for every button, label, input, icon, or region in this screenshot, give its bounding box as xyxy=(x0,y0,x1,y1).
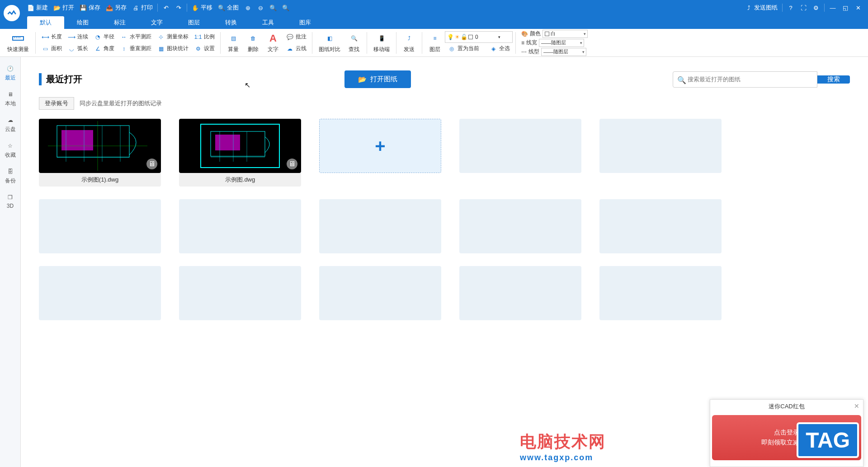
monitor-icon: 🖥 xyxy=(6,90,15,99)
open-drawing-button[interactable]: 📂 打开图纸 xyxy=(344,70,411,88)
add-file-card[interactable]: + xyxy=(319,119,441,187)
vert-icon: ↕ xyxy=(120,45,128,53)
set-current-button[interactable]: ◎置为当前 xyxy=(445,43,482,55)
separator xyxy=(824,4,825,12)
search-input[interactable] xyxy=(673,71,817,88)
separator xyxy=(782,4,783,12)
fullscreen-button[interactable]: ⛶ xyxy=(797,1,810,14)
compare-icon: ◧ xyxy=(323,32,336,45)
minimize-button[interactable]: — xyxy=(826,1,839,14)
send-button[interactable]: ⤴发送 xyxy=(399,30,419,56)
measure-continuous-button[interactable]: ⟶连续 xyxy=(65,31,91,43)
popup-close-button[interactable]: ✕ xyxy=(854,402,859,410)
open-button[interactable]: 📂打开 xyxy=(51,0,77,15)
file-card[interactable]: 🖥 示例图(1).dwg xyxy=(39,119,161,187)
sidebar-item-favorite[interactable]: ☆收藏 xyxy=(0,140,20,161)
measure-area-button[interactable]: ▭面积 xyxy=(38,43,65,55)
select-all-icon: ◈ xyxy=(489,45,497,53)
cloud-line-button[interactable]: ☁云线 xyxy=(283,43,309,55)
settings-button[interactable]: ⚙设置 xyxy=(191,43,217,55)
tab-layer[interactable]: 图层 xyxy=(175,16,212,29)
sidebar: 🕐最近 🖥本地 ☁云盘 ☆收藏 🗄备份 ❒3D xyxy=(0,57,21,467)
zoom-extents-button[interactable]: 🔍全图 xyxy=(215,0,241,15)
sun-icon: ☀ xyxy=(455,34,460,40)
sidebar-item-cloud[interactable]: ☁云盘 xyxy=(0,114,20,135)
add-thumbnail: + xyxy=(319,119,441,173)
measure-length-button[interactable]: ⟷长度 xyxy=(38,31,65,43)
tab-text[interactable]: 文字 xyxy=(138,16,175,29)
close-button[interactable]: ✕ xyxy=(852,1,864,14)
sidebar-item-backup[interactable]: 🗄备份 xyxy=(0,165,20,187)
tab-convert[interactable]: 转换 xyxy=(212,16,250,29)
linetype-icon: ⋯ xyxy=(521,49,527,55)
file-name: 示例图.dwg xyxy=(179,173,301,187)
tab-dimension[interactable]: 标注 xyxy=(101,16,138,29)
delete-button[interactable]: 🗑删除 xyxy=(243,30,263,56)
annotate-button[interactable]: 💬批注 xyxy=(283,31,309,43)
bulb-icon: 💡 xyxy=(447,34,454,40)
linewidth-select[interactable]: —— 随图层 xyxy=(539,39,584,47)
find-button[interactable]: 🔍查找 xyxy=(344,30,364,56)
sidebar-item-recent[interactable]: 🕐最近 xyxy=(0,62,20,84)
tab-default[interactable]: 默认 xyxy=(27,16,64,29)
pan-button[interactable]: ✋平移 xyxy=(189,0,215,15)
send-drawing-button[interactable]: ⤴发送图纸 xyxy=(742,0,780,15)
measure-vert-button[interactable]: ↕垂直测距 xyxy=(117,43,154,55)
zoom-out-button[interactable]: ⊖ xyxy=(254,0,267,15)
layer-button[interactable]: ≡图层 xyxy=(425,30,445,56)
select-all-button[interactable]: ◈全选 xyxy=(486,43,513,55)
zoom-in-button[interactable]: ⊕ xyxy=(241,0,254,15)
empty-slot xyxy=(319,266,441,320)
layer-state-row[interactable]: 💡 ☀ 🔓 0 ▾ xyxy=(445,31,513,43)
measure-arc-button[interactable]: ◡弧长 xyxy=(65,43,91,55)
calc-button[interactable]: ▤算量 xyxy=(223,30,243,56)
maximize-button[interactable]: ◱ xyxy=(839,1,852,14)
file-new-icon: 📄 xyxy=(27,4,34,11)
gear-icon: ⚙ xyxy=(813,5,819,11)
continuous-icon: ⟶ xyxy=(67,33,75,41)
tabbar: 默认 绘图 标注 文字 图层 转换 工具 图库 xyxy=(0,15,868,29)
undo-button[interactable]: ↶ xyxy=(160,0,172,15)
measure-coord-button[interactable]: ⊹测量坐标 xyxy=(154,31,191,43)
linewidth-label: 线宽 xyxy=(526,39,537,47)
linetype-select[interactable]: —— 随图层 xyxy=(541,48,586,56)
tab-draw[interactable]: 绘图 xyxy=(64,16,101,29)
saveas-button[interactable]: 📤另存 xyxy=(103,0,129,15)
page-title: 最近打开 xyxy=(39,73,82,85)
text-button[interactable]: A文字 xyxy=(263,30,283,56)
quick-measure-button[interactable]: 快速测量 xyxy=(4,30,33,56)
zoom-out-icon: ⊖ xyxy=(257,4,264,11)
search-button[interactable]: 搜索 xyxy=(817,75,850,84)
tab-library[interactable]: 图库 xyxy=(287,16,324,29)
compare-button[interactable]: ◧图纸对比 xyxy=(315,30,344,56)
help-button[interactable]: ? xyxy=(784,1,797,14)
plus-icon: + xyxy=(375,136,385,156)
measure-radius-button[interactable]: ◔半径 xyxy=(91,31,117,43)
zoom-in-icon: ⊕ xyxy=(244,4,251,11)
radius-icon: ◔ xyxy=(94,33,102,41)
new-button[interactable]: 📄新建 xyxy=(24,0,51,15)
mobile-button[interactable]: 📱移动端 xyxy=(370,30,393,56)
trash-icon: 🗑 xyxy=(247,32,259,45)
save-button[interactable]: 💾保存 xyxy=(77,0,103,15)
empty-slot xyxy=(39,266,161,320)
measure-horiz-button[interactable]: ↔水平测距 xyxy=(117,31,154,43)
save-icon: 💾 xyxy=(80,4,87,11)
login-button[interactable]: 登录账号 xyxy=(39,97,74,110)
folder-open-icon: 📂 xyxy=(53,4,61,11)
zoom-window-button[interactable]: 🔍 xyxy=(267,0,279,15)
redo-icon: ↷ xyxy=(175,4,182,11)
color-wheel-icon: 🎨 xyxy=(521,31,528,37)
zoom-prev-button[interactable]: 🔍 xyxy=(279,0,292,15)
sidebar-item-local[interactable]: 🖥本地 xyxy=(0,88,20,109)
settings-button[interactable]: ⚙ xyxy=(810,1,822,14)
measure-angle-button[interactable]: ∠角度 xyxy=(91,43,117,55)
tab-tools[interactable]: 工具 xyxy=(250,16,287,29)
sidebar-item-3d[interactable]: ❒3D xyxy=(0,191,20,211)
file-card[interactable]: 🖥 示例图.dwg xyxy=(179,119,301,187)
block-stat-button[interactable]: ▦图块统计 xyxy=(154,43,191,55)
color-select[interactable]: 白 xyxy=(542,30,588,38)
print-button[interactable]: 🖨打印 xyxy=(129,0,156,15)
scale-button[interactable]: 1:1比例 xyxy=(191,31,217,43)
redo-button[interactable]: ↷ xyxy=(172,0,185,15)
